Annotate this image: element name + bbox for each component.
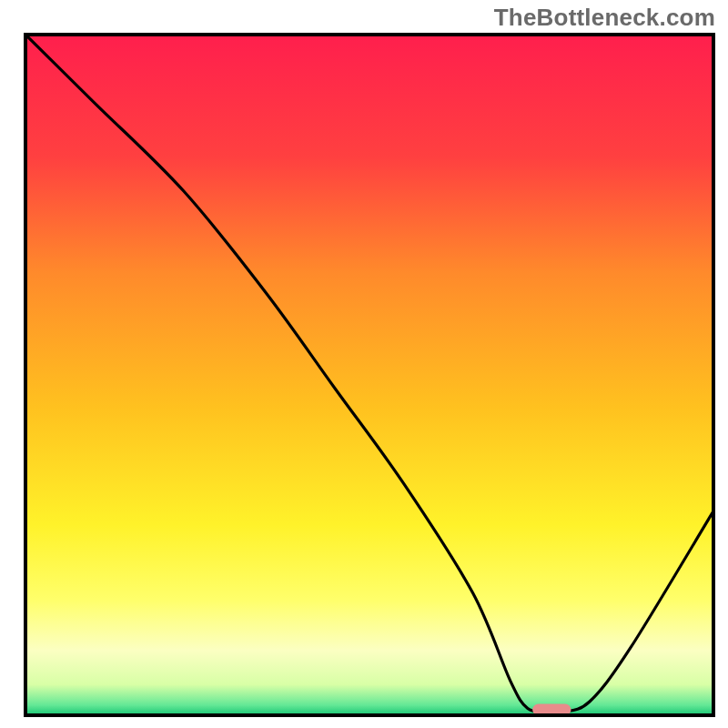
bottleneck-chart [0,0,728,728]
watermark-text: TheBottleneck.com [494,4,715,32]
